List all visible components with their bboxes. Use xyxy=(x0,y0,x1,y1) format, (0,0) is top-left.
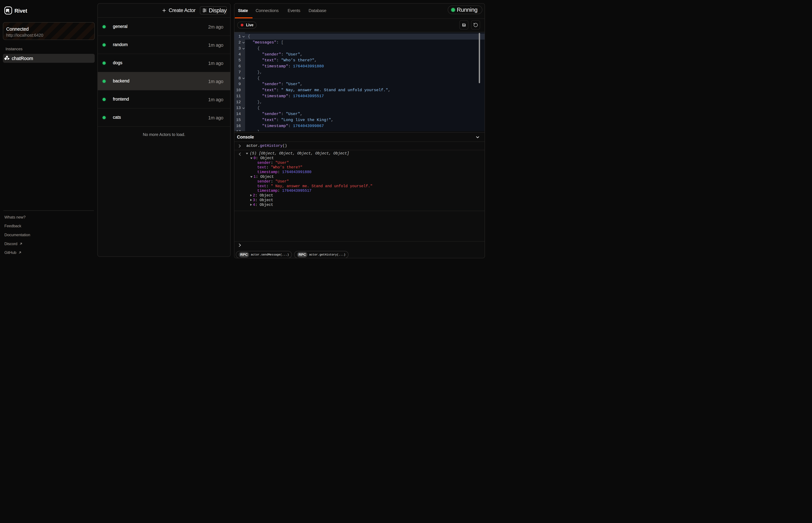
svg-text:Rivet: Rivet xyxy=(15,8,27,14)
